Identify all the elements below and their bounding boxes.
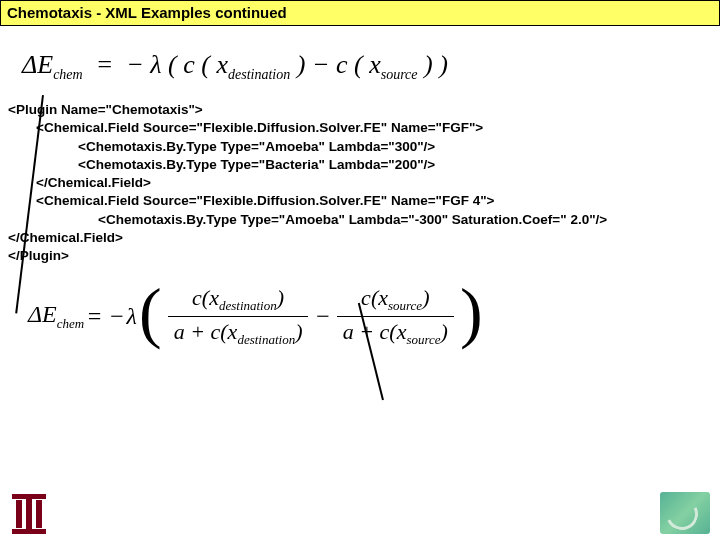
xml-line: <Chemical.Field Source="Flexible.Diffusi… [8, 119, 720, 137]
xml-line: <Chemical.Field Source="Flexible.Diffusi… [8, 192, 720, 210]
equation-saturation: ΔEchem = − λ ( c(xdestination) a + c(xde… [28, 285, 720, 348]
partner-logo-icon [660, 492, 710, 534]
xml-line: </Plugin> [8, 247, 720, 265]
xml-line: <Plugin Name="Chemotaxis"> [8, 101, 720, 119]
iu-logo-icon [12, 494, 46, 534]
xml-line: <Chemotaxis.By.Type Type="Bacteria" Lamb… [8, 156, 720, 174]
equation-basic: ΔEchem = − λ ( c ( xdestination ) − c ( … [22, 50, 708, 83]
xml-line: <Chemotaxis.By.Type Type="Amoeba" Lambda… [8, 211, 720, 229]
slide-title: Chemotaxis - XML Examples continued [0, 0, 720, 26]
xml-line: </Chemical.Field> [8, 229, 720, 247]
xml-snippet: <Plugin Name="Chemotaxis"> <Chemical.Fie… [8, 101, 720, 265]
xml-line: </Chemical.Field> [8, 174, 720, 192]
xml-line: <Chemotaxis.By.Type Type="Amoeba" Lambda… [8, 138, 720, 156]
